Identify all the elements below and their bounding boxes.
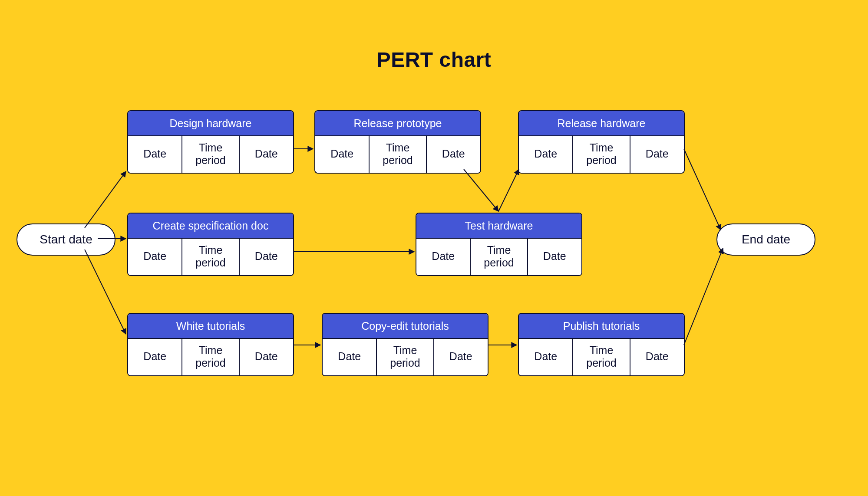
task-row: Date Time period Date: [128, 339, 293, 375]
task-cell-start-date: Date: [416, 239, 470, 275]
task-row: Date Time period Date: [416, 239, 581, 275]
task-title: Copy-edit tutorials: [323, 314, 488, 339]
task-cell-end-date: Date: [528, 239, 581, 275]
task-cell-start-date: Date: [128, 136, 182, 173]
task-row: Date Time period Date: [519, 339, 684, 375]
task-title: Release prototype: [315, 111, 480, 136]
task-title: Design hardware: [128, 111, 293, 136]
task-cell-end-date: Date: [434, 339, 488, 375]
edge-test-releasehw: [498, 169, 519, 211]
end-node: End date: [716, 223, 815, 256]
task-design-hardware: Design hardware Date Time period Date: [127, 110, 294, 174]
task-cell-start-date: Date: [519, 339, 572, 375]
task-cell-time-period: Time period: [182, 136, 239, 173]
edge-releasehw-end: [684, 149, 721, 230]
start-node: Start date: [17, 223, 116, 256]
task-cell-time-period: Time period: [182, 239, 239, 275]
task-title: Test hardware: [416, 214, 581, 239]
edge-releaseproto-test: [464, 169, 498, 211]
task-cell-end-date: Date: [240, 339, 293, 375]
task-row: Date Time period Date: [315, 136, 480, 173]
task-cell-end-date: Date: [630, 339, 684, 375]
task-test-hardware: Test hardware Date Time period Date: [416, 213, 582, 276]
pert-canvas: PERT chart Start date End date Design ha…: [0, 0, 868, 496]
edge-publish-end: [684, 248, 723, 345]
task-cell-start-date: Date: [128, 339, 182, 375]
task-cell-time-period: Time period: [376, 339, 434, 375]
task-row: Date Time period Date: [323, 339, 488, 375]
task-row: Date Time period Date: [519, 136, 684, 173]
task-title: Publish tutorials: [519, 314, 684, 339]
task-title: Create specification doc: [128, 214, 293, 239]
end-node-label: End date: [742, 233, 790, 246]
task-cell-time-period: Time period: [182, 339, 239, 375]
task-cell-time-period: Time period: [572, 339, 630, 375]
task-title: Release hardware: [519, 111, 684, 136]
task-cell-start-date: Date: [519, 136, 572, 173]
edge-start-design: [85, 171, 126, 228]
task-cell-end-date: Date: [240, 136, 293, 173]
task-row: Date Time period Date: [128, 239, 293, 275]
task-release-hardware: Release hardware Date Time period Date: [518, 110, 685, 174]
task-cell-time-period: Time period: [572, 136, 630, 173]
start-node-label: Start date: [40, 233, 92, 246]
task-cell-end-date: Date: [427, 136, 480, 173]
task-cell-start-date: Date: [128, 239, 182, 275]
task-title: White tutorials: [128, 314, 293, 339]
task-cell-time-period: Time period: [470, 239, 528, 275]
task-row: Date Time period Date: [128, 136, 293, 173]
task-cell-start-date: Date: [315, 136, 369, 173]
task-create-spec: Create specification doc Date Time perio…: [127, 213, 294, 276]
task-release-prototype: Release prototype Date Time period Date: [314, 110, 481, 174]
task-copy-edit-tutorials: Copy-edit tutorials Date Time period Dat…: [322, 313, 488, 376]
task-cell-end-date: Date: [630, 136, 684, 173]
edge-start-white: [85, 250, 126, 334]
task-publish-tutorials: Publish tutorials Date Time period Date: [518, 313, 685, 376]
task-cell-time-period: Time period: [369, 136, 426, 173]
task-white-tutorials: White tutorials Date Time period Date: [127, 313, 294, 376]
task-cell-start-date: Date: [323, 339, 376, 375]
task-cell-end-date: Date: [240, 239, 293, 275]
diagram-title: PERT chart: [0, 48, 868, 72]
